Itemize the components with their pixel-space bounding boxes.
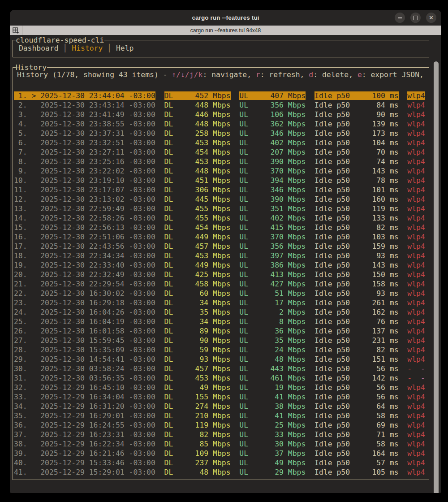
row-index-date: 12. 2025-12-30 23:13:02 -03:00 [14, 195, 155, 203]
interface-cell: wlp4 [407, 261, 425, 269]
download-cell: DL 454 Mbps [164, 223, 231, 232]
tab-history[interactable]: History [72, 44, 103, 52]
window-titlebar[interactable]: cargo run --features tui ✕ [10, 10, 441, 26]
history-row[interactable]: 1. > 2025-12-30 23:44:04 -03:00 DL 452 M… [14, 91, 425, 100]
maximize-button[interactable] [410, 13, 421, 23]
row-index-date: 22. 2025-12-30 16:30:02 -03:00 [14, 289, 155, 298]
history-row[interactable]: 11. 2025-12-30 23:17:07 -03:00 DL 306 Mb… [14, 185, 425, 195]
history-row[interactable]: 5. 2025-12-30 23:37:31 -03:00 DL 258 Mbp… [14, 129, 425, 138]
history-row[interactable]: 29. 2025-12-30 14:54:41 -03:00 DL 93 Mbp… [14, 355, 425, 364]
history-row[interactable]: 20. 2025-12-30 22:32:49 -03:00 DL 425 Mb… [14, 270, 425, 279]
shortcut-desc: : refresh, [260, 70, 309, 79]
history-row[interactable]: 23. 2025-12-30 16:29:18 -03:00 DL 34 Mbp… [14, 298, 425, 307]
history-row[interactable]: 17. 2025-12-30 22:43:56 -03:00 DL 457 Mb… [14, 242, 425, 251]
interface-cell: wlp4 [407, 195, 425, 203]
history-row[interactable]: 2. 2025-12-30 23:43:14 -03:00 DL 448 Mbp… [14, 100, 425, 110]
history-row[interactable]: 32. 2025-12-29 16:45:10 -03:00 DL 49 Mbp… [14, 383, 425, 392]
history-row[interactable]: 26. 2025-12-30 16:01:58 -03:00 DL 89 Mbp… [14, 326, 425, 336]
upload-cell: UL 51 Mbps [239, 289, 306, 298]
latency-cell: Idle p50 56 ms [314, 383, 399, 392]
history-row[interactable]: 39. 2025-12-29 16:21:46 -03:00 DL 109 Mb… [14, 449, 425, 458]
history-row[interactable]: 41. 2025-12-29 15:29:01 -03:00 DL 48 Mbp… [14, 467, 425, 477]
history-row[interactable]: 18. 2025-12-30 22:34:34 -03:00 DL 453 Mb… [14, 251, 425, 260]
history-row[interactable]: 38. 2025-12-29 16:22:34 -03:00 DL 85 Mbp… [14, 439, 425, 449]
history-row[interactable]: 6. 2025-12-30 23:32:51 -03:00 DL 453 Mbp… [14, 138, 425, 147]
history-row[interactable]: 22. 2025-12-30 16:30:02 -03:00 DL 60 Mbp… [14, 289, 425, 298]
history-row[interactable]: 36. 2025-12-29 16:24:55 -03:00 DL 119 Mb… [14, 420, 425, 430]
latency-cell: Idle p50 56 ms [314, 364, 399, 373]
history-row[interactable]: 24. 2025-12-30 16:04:26 -03:00 DL 35 Mbp… [14, 307, 425, 317]
row-index-date: 37. 2025-12-29 16:23:31 -03:00 [14, 430, 155, 439]
interface-cell: wlp4 [407, 308, 425, 316]
close-icon: ✕ [429, 15, 434, 21]
latency-cell: Idle p50 139 ms [314, 120, 399, 128]
row-index-date: 6. 2025-12-30 23:32:51 -03:00 [14, 138, 155, 147]
history-row[interactable]: 31. 2025-12-30 03:56:35 -03:00 DL 453 Mb… [14, 373, 425, 383]
interface-cell: wlp4 [407, 411, 425, 420]
upload-cell: UL 356 Mbps [239, 242, 306, 251]
latency-cell: Idle p50 101 ms [314, 186, 399, 194]
interface-cell: wlp4 [407, 251, 425, 260]
row-index-date: 15. 2025-12-30 22:56:13 -03:00 [14, 223, 155, 232]
history-row[interactable]: 8. 2025-12-30 23:25:16 -03:00 DL 453 Mbp… [14, 157, 425, 166]
history-row[interactable]: 35. 2025-12-29 16:29:01 -03:00 DL 210 Mb… [14, 411, 425, 420]
download-cell: DL 34 Mbps [164, 299, 231, 307]
history-row[interactable]: 19. 2025-12-30 22:33:40 -03:00 DL 449 Mb… [14, 260, 425, 270]
history-row[interactable]: 27. 2025-12-30 15:59:45 -03:00 DL 90 Mbp… [14, 336, 425, 345]
history-row[interactable]: 21. 2025-12-30 22:29:54 -03:00 DL 458 Mb… [14, 279, 425, 289]
upload-cell: UL 25 Mbps [239, 421, 306, 429]
upload-cell: UL 390 Mbps [239, 157, 306, 166]
latency-cell: Idle p50 162 ms [314, 308, 399, 316]
upload-cell: UL 38 Mbps [239, 402, 306, 411]
tab-dashboard[interactable]: Dashboard [19, 44, 59, 52]
row-index-date: 39. 2025-12-29 16:21:46 -03:00 [14, 449, 155, 458]
row-index-date: 17. 2025-12-30 22:43:56 -03:00 [14, 242, 155, 251]
upload-cell: UL 390 Mbps [239, 195, 306, 203]
download-cell: DL 109 Mbps [164, 449, 231, 458]
history-row[interactable]: 30. 2025-12-30 03:58:24 -03:00 DL 457 Mb… [14, 364, 425, 373]
row-index-date: 40. 2025-12-29 15:33:46 -03:00 [14, 459, 155, 467]
tab-help[interactable]: Help [116, 44, 134, 52]
latency-cell: Idle p50 71 ms [314, 430, 399, 439]
history-row[interactable]: 28. 2025-12-30 15:35:09 -03:00 DL 59 Mbp… [14, 345, 425, 355]
history-row[interactable]: 37. 2025-12-29 16:23:31 -03:00 DL 82 Mbp… [14, 430, 425, 439]
terminal-tab-label[interactable]: cargo run --features tui 94x48 [10, 27, 441, 34]
latency-cell: Idle p50 104 ms [314, 138, 399, 147]
interface-cell: wlp4 [407, 233, 425, 241]
row-index-date: 41. 2025-12-29 15:29:01 -03:00 [14, 468, 155, 476]
row-index-date: 1. > 2025-12-30 23:44:04 -03:00 [14, 91, 155, 100]
history-row[interactable]: 10. 2025-12-30 23:19:10 -03:00 DL 451 Mb… [14, 176, 425, 185]
history-row[interactable]: 4. 2025-12-30 23:38:55 -03:00 DL 448 Mbp… [14, 119, 425, 129]
history-row[interactable]: 13. 2025-12-30 22:59:49 -03:00 DL 455 Mb… [14, 204, 425, 213]
terminal-scrollbar[interactable] [433, 61, 439, 493]
history-row[interactable]: 40. 2025-12-29 15:33:46 -03:00 DL 237 Mb… [14, 458, 425, 467]
minimize-button[interactable] [395, 13, 405, 23]
upload-cell: UL 443 Mbps [239, 364, 306, 373]
history-row[interactable]: 25. 2025-12-30 16:04:19 -03:00 DL 34 Mbp… [14, 317, 425, 326]
history-row[interactable]: 15. 2025-12-30 22:56:13 -03:00 DL 454 Mb… [14, 223, 425, 232]
upload-cell: UL 362 Mbps [239, 120, 306, 128]
download-cell: DL 446 Mbps [164, 110, 231, 119]
upload-cell: UL 402 Mbps [239, 138, 306, 147]
download-cell: DL 457 Mbps [164, 242, 231, 251]
history-row[interactable]: 7. 2025-12-30 23:27:11 -03:00 DL 454 Mbp… [14, 147, 425, 157]
interface-cell: wlp4 [407, 91, 425, 100]
history-row[interactable]: 9. 2025-12-30 23:22:02 -03:00 DL 448 Mbp… [14, 166, 425, 176]
interface-cell: wlp4 [407, 120, 425, 128]
upload-cell: UL 397 Mbps [239, 251, 306, 260]
history-row[interactable]: 33. 2025-12-29 16:34:04 -03:00 DL 155 Mb… [14, 392, 425, 402]
row-index-date: 29. 2025-12-30 14:54:41 -03:00 [14, 355, 155, 364]
history-row[interactable]: 3. 2025-12-30 23:41:49 -03:00 DL 446 Mbp… [14, 110, 425, 119]
history-row[interactable]: 14. 2025-12-30 22:58:26 -03:00 DL 455 Mb… [14, 213, 425, 223]
history-row[interactable]: 34. 2025-12-29 16:31:20 -03:00 DL 274 Mb… [14, 402, 425, 411]
close-button[interactable]: ✕ [426, 13, 436, 23]
scrollbar-thumb[interactable] [434, 61, 439, 493]
row-index-date: 3. 2025-12-30 23:41:49 -03:00 [14, 110, 155, 119]
interface-cell: wlp4 [407, 204, 425, 213]
history-row[interactable]: 16. 2025-12-30 22:51:06 -03:00 DL 449 Mb… [14, 232, 425, 242]
upload-cell: UL 41 Mbps [239, 411, 306, 420]
history-row[interactable]: 12. 2025-12-30 23:13:02 -03:00 DL 445 Mb… [14, 195, 425, 204]
latency-cell: Idle p50 119 ms [314, 204, 399, 213]
upload-cell: UL 346 Mbps [239, 129, 306, 138]
history-status-text: History (1/78, showing 43 items) - [17, 70, 172, 79]
